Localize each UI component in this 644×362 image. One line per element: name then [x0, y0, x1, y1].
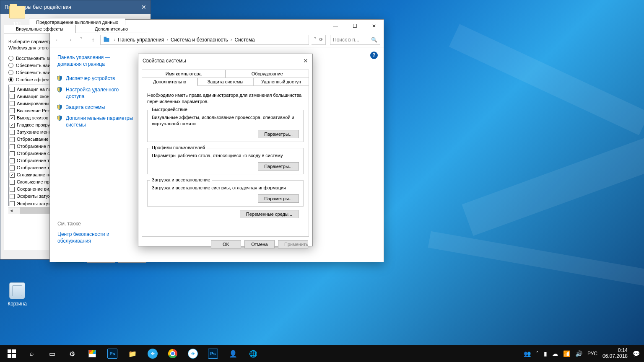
group-title: Профили пользователей: [150, 145, 207, 150]
people-icon[interactable]: 👥: [524, 350, 531, 357]
checkbox-icon: [10, 108, 15, 113]
startup-recovery-settings-button[interactable]: Параметры...: [258, 194, 299, 203]
chrome-icon: [168, 349, 177, 358]
group-text: Параметры рабочего стола, относящиеся ко…: [152, 153, 299, 159]
breadcrumb-item[interactable]: Панель управления: [118, 37, 164, 43]
chevron-right-icon: ›: [167, 37, 168, 42]
language-indicator[interactable]: РУС: [587, 351, 597, 357]
checkbox-icon: [10, 201, 15, 206]
user-profiles-settings-button[interactable]: Параметры...: [258, 162, 299, 171]
group-title: Загрузка и восстановление: [150, 177, 212, 182]
taskbar-app-contacts[interactable]: 👤: [223, 345, 243, 362]
tab-advanced[interactable]: Дополнительно: [75, 25, 147, 33]
performance-settings-button[interactable]: Параметры...: [258, 130, 299, 138]
clock-time: 0:14: [602, 348, 628, 354]
explorer-side-pane: Панель управления — домашняя страница Ди…: [50, 47, 138, 262]
security-maintenance-link[interactable]: Центр безопасности и обслуживания: [57, 231, 135, 244]
checkbox-icon: [10, 130, 15, 135]
desktop-icon-label: Корзина: [2, 301, 33, 307]
device-manager-link[interactable]: Диспетчер устройств: [57, 75, 135, 82]
maximize-button[interactable]: ☐: [345, 20, 364, 32]
performance-group: Быстродействие Визуальные эффекты, испол…: [147, 110, 304, 142]
wifi-icon[interactable]: 📶: [563, 350, 570, 357]
task-view-button[interactable]: ▭: [42, 345, 62, 362]
breadcrumb[interactable]: › Панель управления › Система и безопасн…: [100, 35, 309, 45]
nav-up-icon[interactable]: ↑: [88, 36, 98, 43]
taskbar-app-explorer[interactable]: 📁: [122, 345, 143, 362]
advanced-system-settings-link[interactable]: Дополнительные параметры системы: [57, 115, 135, 128]
search-icon: 🔍: [371, 37, 377, 43]
taskbar-app-chrome[interactable]: [163, 345, 183, 362]
cancel-button[interactable]: Отмена: [244, 240, 275, 248]
dialog-titlebar[interactable]: Свойства системы ✕: [138, 54, 312, 67]
desktop-folder-111[interactable]: 111: [2, 3, 33, 27]
taskbar-app-photoshop[interactable]: Ps: [102, 345, 122, 362]
checkbox-icon: [10, 137, 15, 142]
minimize-button[interactable]: —: [326, 20, 345, 32]
close-button[interactable]: ✕: [141, 4, 146, 10]
checkbox-icon: [10, 173, 15, 178]
radio-icon: [8, 70, 13, 75]
shield-icon: [57, 87, 62, 93]
folder-icon: [9, 6, 25, 18]
nav-forward-icon[interactable]: →: [65, 36, 74, 43]
startup-recovery-group: Загрузка и восстановление Загрузка и вос…: [147, 180, 304, 207]
battery-icon[interactable]: ▮: [544, 350, 547, 357]
control-panel-home-link[interactable]: Панель управления — домашняя страница: [57, 54, 135, 67]
search-button[interactable]: ⌕: [22, 345, 42, 362]
action-center-icon[interactable]: 💬: [633, 350, 640, 357]
checkbox-icon: [10, 151, 15, 156]
ok-button[interactable]: OK: [211, 240, 241, 248]
tab-advanced[interactable]: Дополнительно: [142, 78, 197, 86]
close-button[interactable]: ✕: [303, 57, 308, 64]
store-button[interactable]: [82, 345, 102, 362]
tab-visual-effects[interactable]: Визуальные эффекты: [4, 25, 75, 33]
close-button[interactable]: ✕: [364, 20, 384, 32]
desktop-recycle-bin[interactable]: Корзина: [2, 282, 33, 307]
clock[interactable]: 0:14 06.07.2018: [602, 348, 628, 359]
start-button[interactable]: [2, 345, 22, 362]
nav-recent-icon[interactable]: ˅: [77, 37, 86, 42]
checkbox-icon: [10, 123, 15, 128]
settings-button[interactable]: ⚙: [62, 345, 82, 362]
checkbox-icon: [10, 165, 15, 171]
breadcrumb-item[interactable]: Система и безопасность: [171, 37, 228, 43]
shield-icon: [57, 75, 62, 81]
user-profiles-group: Профили пользователей Параметры рабочего…: [147, 148, 304, 174]
volume-icon[interactable]: 🔊: [575, 350, 582, 357]
system-protection-link[interactable]: Защита системы: [57, 104, 135, 111]
taskbar-app-telegram-alt[interactable]: ✈: [183, 345, 203, 362]
scroll-left-icon[interactable]: ◄: [8, 208, 14, 213]
gear-icon: ⚙: [67, 349, 77, 359]
apply-button[interactable]: Применить: [278, 240, 308, 248]
tab-computer-name[interactable]: Имя компьютера: [142, 70, 226, 78]
search-icon: ⌕: [27, 349, 37, 359]
tray-expand-icon[interactable]: ˄: [536, 350, 539, 357]
checkbox-icon: [10, 94, 15, 99]
remote-settings-link[interactable]: Настройка удаленного доступа: [57, 86, 135, 100]
radio-icon: [8, 63, 13, 68]
dialog-title: Свойства системы: [143, 58, 186, 64]
checkbox-icon: [10, 115, 15, 120]
tab-system-protection[interactable]: Защита системы: [197, 78, 253, 86]
explorer-icon: 📁: [127, 349, 138, 359]
onedrive-icon[interactable]: ☁: [552, 350, 558, 357]
group-text: Загрузка и восстановление системы, отлад…: [152, 185, 299, 191]
store-icon: [88, 350, 96, 357]
chevron-down-icon[interactable]: ˅: [314, 37, 317, 42]
refresh-icon[interactable]: ⟳: [319, 37, 323, 42]
nav-back-icon[interactable]: ←: [53, 36, 62, 43]
breadcrumb-item[interactable]: Система: [234, 37, 254, 43]
help-icon[interactable]: ?: [370, 52, 378, 59]
group-text: Визуальные эффекты, использование процес…: [152, 114, 299, 127]
taskbar-app-generic[interactable]: 🌐: [243, 345, 263, 362]
tab-remote[interactable]: Удаленный доступ: [253, 78, 309, 86]
telegram-icon: ✈: [188, 349, 198, 359]
taskbar-app-photoshop-2[interactable]: Ps: [203, 345, 223, 362]
contacts-icon: 👤: [228, 349, 238, 359]
taskbar-app-telegram[interactable]: ✈: [143, 345, 163, 362]
tab-description: Необходимо иметь права администратора дл…: [147, 92, 304, 105]
tab-hardware[interactable]: Оборудование: [226, 70, 309, 78]
search-input[interactable]: Поиск в п... 🔍: [330, 35, 380, 45]
environment-variables-button[interactable]: Переменные среды...: [240, 210, 299, 218]
